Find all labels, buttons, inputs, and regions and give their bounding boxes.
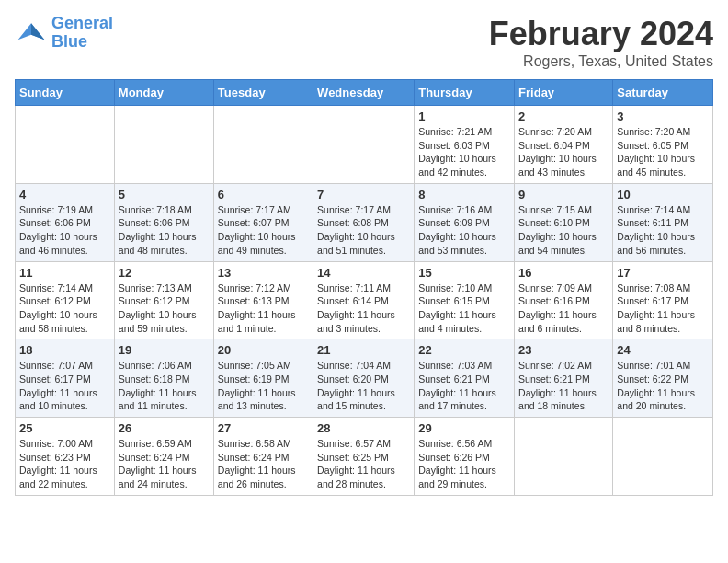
calendar-cell: 5Sunrise: 7:18 AM Sunset: 6:06 PM Daylig… bbox=[114, 183, 213, 261]
day-number: 9 bbox=[518, 188, 609, 201]
calendar-cell: 12Sunrise: 7:13 AM Sunset: 6:12 PM Dayli… bbox=[114, 261, 213, 339]
day-detail: Sunrise: 7:17 AM Sunset: 6:07 PM Dayligh… bbox=[218, 203, 309, 258]
day-number: 14 bbox=[317, 266, 410, 280]
calendar-cell: 19Sunrise: 7:06 AM Sunset: 6:18 PM Dayli… bbox=[114, 339, 213, 418]
calendar-cell: 21Sunrise: 7:04 AM Sunset: 6:20 PM Dayli… bbox=[313, 339, 415, 418]
day-number: 19 bbox=[119, 343, 210, 357]
day-detail: Sunrise: 7:08 AM Sunset: 6:17 PM Dayligh… bbox=[617, 282, 709, 336]
day-detail: Sunrise: 7:16 AM Sunset: 6:09 PM Dayligh… bbox=[418, 203, 510, 258]
day-detail: Sunrise: 7:21 AM Sunset: 6:03 PM Dayligh… bbox=[418, 125, 510, 179]
day-detail: Sunrise: 7:18 AM Sunset: 6:06 PM Dayligh… bbox=[119, 203, 210, 258]
calendar-cell bbox=[313, 106, 415, 184]
column-header-saturday: Saturday bbox=[613, 80, 713, 106]
day-detail: Sunrise: 6:58 AM Sunset: 6:24 PM Dayligh… bbox=[218, 437, 309, 491]
calendar-cell: 2Sunrise: 7:20 AM Sunset: 6:04 PM Daylig… bbox=[515, 106, 613, 184]
day-detail: Sunrise: 7:14 AM Sunset: 6:11 PM Dayligh… bbox=[617, 203, 709, 258]
calendar-cell: 18Sunrise: 7:07 AM Sunset: 6:17 PM Dayli… bbox=[16, 339, 115, 418]
day-number: 7 bbox=[317, 188, 410, 201]
column-header-thursday: Thursday bbox=[415, 80, 515, 106]
day-detail: Sunrise: 7:17 AM Sunset: 6:08 PM Dayligh… bbox=[317, 203, 410, 258]
calendar-table: SundayMondayTuesdayWednesdayThursdayFrid… bbox=[15, 79, 713, 496]
calendar-cell bbox=[213, 106, 313, 184]
calendar-cell: 29Sunrise: 6:56 AM Sunset: 6:26 PM Dayli… bbox=[415, 418, 515, 496]
day-detail: Sunrise: 7:01 AM Sunset: 6:22 PM Dayligh… bbox=[617, 359, 709, 413]
calendar-cell: 13Sunrise: 7:12 AM Sunset: 6:13 PM Dayli… bbox=[213, 261, 313, 339]
calendar-cell: 20Sunrise: 7:05 AM Sunset: 6:19 PM Dayli… bbox=[213, 339, 313, 418]
calendar-cell: 11Sunrise: 7:14 AM Sunset: 6:12 PM Dayli… bbox=[16, 261, 115, 339]
header-row: SundayMondayTuesdayWednesdayThursdayFrid… bbox=[16, 80, 713, 106]
day-number: 8 bbox=[418, 188, 510, 201]
day-detail: Sunrise: 7:07 AM Sunset: 6:17 PM Dayligh… bbox=[19, 359, 110, 413]
calendar-cell: 28Sunrise: 6:57 AM Sunset: 6:25 PM Dayli… bbox=[313, 418, 415, 496]
day-detail: Sunrise: 7:03 AM Sunset: 6:21 PM Dayligh… bbox=[418, 359, 510, 413]
calendar-cell: 1Sunrise: 7:21 AM Sunset: 6:03 PM Daylig… bbox=[415, 106, 515, 184]
calendar-cell: 23Sunrise: 7:02 AM Sunset: 6:21 PM Dayli… bbox=[515, 339, 613, 418]
calendar-cell: 8Sunrise: 7:16 AM Sunset: 6:09 PM Daylig… bbox=[415, 183, 515, 261]
day-number: 21 bbox=[317, 343, 410, 357]
week-row-4: 18Sunrise: 7:07 AM Sunset: 6:17 PM Dayli… bbox=[16, 339, 713, 418]
week-row-5: 25Sunrise: 7:00 AM Sunset: 6:23 PM Dayli… bbox=[16, 418, 713, 496]
page-title: February 2024 bbox=[489, 15, 713, 53]
logo-icon bbox=[15, 17, 48, 50]
column-header-sunday: Sunday bbox=[16, 80, 115, 106]
day-number: 10 bbox=[617, 188, 709, 201]
calendar-cell bbox=[16, 106, 115, 184]
day-number: 22 bbox=[418, 343, 510, 357]
day-number: 4 bbox=[19, 188, 110, 201]
day-number: 6 bbox=[218, 188, 309, 201]
calendar-cell: 26Sunrise: 6:59 AM Sunset: 6:24 PM Dayli… bbox=[114, 418, 213, 496]
calendar-cell bbox=[613, 418, 713, 496]
svg-marker-1 bbox=[31, 23, 44, 40]
title-block: February 2024 Rogers, Texas, United Stat… bbox=[489, 15, 713, 70]
day-number: 13 bbox=[218, 266, 309, 280]
day-detail: Sunrise: 6:59 AM Sunset: 6:24 PM Dayligh… bbox=[119, 437, 210, 491]
day-detail: Sunrise: 7:04 AM Sunset: 6:20 PM Dayligh… bbox=[317, 359, 410, 413]
calendar-cell: 16Sunrise: 7:09 AM Sunset: 6:16 PM Dayli… bbox=[515, 261, 613, 339]
calendar-cell: 3Sunrise: 7:20 AM Sunset: 6:05 PM Daylig… bbox=[613, 106, 713, 184]
day-detail: Sunrise: 7:11 AM Sunset: 6:14 PM Dayligh… bbox=[317, 282, 410, 336]
calendar-cell: 14Sunrise: 7:11 AM Sunset: 6:14 PM Dayli… bbox=[313, 261, 415, 339]
day-detail: Sunrise: 7:02 AM Sunset: 6:21 PM Dayligh… bbox=[518, 359, 609, 413]
day-number: 16 bbox=[518, 266, 609, 280]
column-header-monday: Monday bbox=[114, 80, 213, 106]
day-number: 11 bbox=[19, 266, 110, 280]
day-detail: Sunrise: 7:05 AM Sunset: 6:19 PM Dayligh… bbox=[218, 359, 309, 413]
calendar-cell: 24Sunrise: 7:01 AM Sunset: 6:22 PM Dayli… bbox=[613, 339, 713, 418]
week-row-3: 11Sunrise: 7:14 AM Sunset: 6:12 PM Dayli… bbox=[16, 261, 713, 339]
calendar-cell: 17Sunrise: 7:08 AM Sunset: 6:17 PM Dayli… bbox=[613, 261, 713, 339]
logo-text: General Blue bbox=[51, 15, 113, 52]
column-header-tuesday: Tuesday bbox=[213, 80, 313, 106]
week-row-1: 1Sunrise: 7:21 AM Sunset: 6:03 PM Daylig… bbox=[16, 106, 713, 184]
day-number: 12 bbox=[119, 266, 210, 280]
day-detail: Sunrise: 7:00 AM Sunset: 6:23 PM Dayligh… bbox=[19, 437, 110, 491]
calendar-cell bbox=[515, 418, 613, 496]
calendar-cell: 27Sunrise: 6:58 AM Sunset: 6:24 PM Dayli… bbox=[213, 418, 313, 496]
day-number: 17 bbox=[617, 266, 709, 280]
page-header: General Blue February 2024 Rogers, Texas… bbox=[15, 15, 713, 70]
day-detail: Sunrise: 7:15 AM Sunset: 6:10 PM Dayligh… bbox=[518, 203, 609, 258]
day-detail: Sunrise: 7:10 AM Sunset: 6:15 PM Dayligh… bbox=[418, 282, 510, 336]
day-detail: Sunrise: 7:20 AM Sunset: 6:04 PM Dayligh… bbox=[518, 125, 609, 179]
day-number: 28 bbox=[317, 421, 410, 435]
day-number: 29 bbox=[418, 421, 510, 435]
calendar-cell: 10Sunrise: 7:14 AM Sunset: 6:11 PM Dayli… bbox=[613, 183, 713, 261]
calendar-cell: 25Sunrise: 7:00 AM Sunset: 6:23 PM Dayli… bbox=[16, 418, 115, 496]
calendar-cell: 15Sunrise: 7:10 AM Sunset: 6:15 PM Dayli… bbox=[415, 261, 515, 339]
day-number: 27 bbox=[218, 421, 309, 435]
day-number: 1 bbox=[418, 109, 510, 123]
day-detail: Sunrise: 7:12 AM Sunset: 6:13 PM Dayligh… bbox=[218, 282, 309, 336]
day-detail: Sunrise: 7:19 AM Sunset: 6:06 PM Dayligh… bbox=[19, 203, 110, 258]
day-number: 3 bbox=[617, 109, 709, 123]
day-detail: Sunrise: 7:13 AM Sunset: 6:12 PM Dayligh… bbox=[119, 282, 210, 336]
day-detail: Sunrise: 7:06 AM Sunset: 6:18 PM Dayligh… bbox=[119, 359, 210, 413]
day-number: 25 bbox=[19, 421, 110, 435]
day-number: 23 bbox=[518, 343, 609, 357]
day-number: 18 bbox=[19, 343, 110, 357]
day-number: 15 bbox=[418, 266, 510, 280]
day-detail: Sunrise: 7:20 AM Sunset: 6:05 PM Dayligh… bbox=[617, 125, 709, 179]
calendar-cell: 4Sunrise: 7:19 AM Sunset: 6:06 PM Daylig… bbox=[16, 183, 115, 261]
page-subtitle: Rogers, Texas, United States bbox=[489, 53, 713, 70]
column-header-wednesday: Wednesday bbox=[313, 80, 415, 106]
calendar-cell: 9Sunrise: 7:15 AM Sunset: 6:10 PM Daylig… bbox=[515, 183, 613, 261]
column-header-friday: Friday bbox=[515, 80, 613, 106]
